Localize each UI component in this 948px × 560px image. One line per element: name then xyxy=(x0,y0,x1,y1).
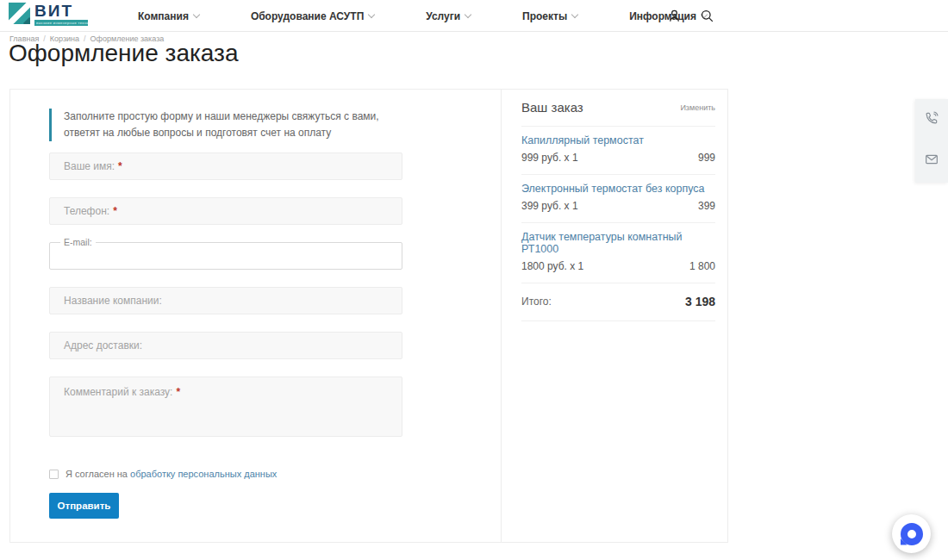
item-price: 999 xyxy=(698,152,715,164)
comment-field[interactable]: Комментарий к заказу: * xyxy=(49,376,402,437)
order-total-row: Итого: 3 198 xyxy=(521,283,715,321)
field-label: E-mail: xyxy=(60,237,96,247)
email-field[interactable]: E-mail: xyxy=(49,242,402,270)
required-asterisk: * xyxy=(113,205,117,217)
item-price: 399 xyxy=(698,200,715,212)
item-qty: 399 руб. x 1 xyxy=(521,200,578,212)
consent-label: Я согласен на обработку персональных дан… xyxy=(65,469,277,479)
chevron-down-icon xyxy=(465,10,471,17)
brand-tagline: высокие инженерные технологии xyxy=(34,20,88,26)
order-summary-title: Ваш заказ xyxy=(521,100,583,115)
phone-field[interactable]: Телефон: * xyxy=(49,197,402,225)
total-value: 3 198 xyxy=(685,295,715,308)
nav-item-services[interactable]: Услуги xyxy=(426,10,471,22)
contact-sidebar xyxy=(915,99,948,183)
logo-icon xyxy=(9,3,30,24)
nav-item-label: Оборудование АСУТП xyxy=(251,10,364,22)
consent-row: Я согласен на обработку персональных дан… xyxy=(49,469,277,479)
top-navigation-bar: ВИТ высокие инженерные технологии Компан… xyxy=(0,0,948,32)
consent-link[interactable]: обработку персональных данных xyxy=(130,469,277,479)
nav-item-projects[interactable]: Проекты xyxy=(522,10,577,22)
chat-widget-button[interactable] xyxy=(892,514,931,553)
accent-bar xyxy=(49,109,52,141)
nav-item-company[interactable]: Компания xyxy=(138,10,199,22)
order-summary-header: Ваш заказ Изменить xyxy=(521,90,715,127)
main-menu: Компания Оборудование АСУТП Услуги Проек… xyxy=(138,0,707,32)
checkout-panel: Заполните простую форму и наши менеджеры… xyxy=(9,89,728,543)
chevron-down-icon xyxy=(368,10,375,17)
submit-button[interactable]: Отправить xyxy=(49,493,119,519)
item-qty: 1800 руб. x 1 xyxy=(521,260,583,272)
product-link[interactable]: Датчик температуры комнатный РТ1000 xyxy=(521,231,715,255)
page-title: Оформление заказа xyxy=(9,40,239,67)
required-asterisk: * xyxy=(118,160,122,172)
field-label: Адрес доставки: xyxy=(64,339,142,352)
name-field[interactable]: Ваше имя: * xyxy=(49,152,402,180)
intro-text: Заполните простую форму и наши менеджеры… xyxy=(64,109,404,141)
brand-name: ВИТ xyxy=(34,3,88,20)
user-icon[interactable] xyxy=(662,3,686,28)
order-form: Заполните простую форму и наши менеджеры… xyxy=(10,90,501,542)
intro-note: Заполните простую форму и наши менеджеры… xyxy=(49,109,404,141)
nav-item-label: Проекты xyxy=(522,10,567,22)
search-icon[interactable] xyxy=(695,3,719,28)
required-asterisk: * xyxy=(176,386,180,398)
field-label: Название компании: xyxy=(64,295,162,307)
nav-item-label: Компания xyxy=(138,10,189,22)
item-price: 1 800 xyxy=(689,260,715,272)
edit-order-link[interactable]: Изменить xyxy=(680,103,715,112)
address-field[interactable]: Адрес доставки: xyxy=(49,332,402,359)
chevron-down-icon xyxy=(193,10,200,17)
order-item: Датчик температуры комнатный РТ1000 1800… xyxy=(521,223,715,283)
nav-item-equipment[interactable]: Оборудование АСУТП xyxy=(251,10,374,22)
total-label: Итого: xyxy=(521,296,552,308)
product-link[interactable]: Капиллярный термостат xyxy=(521,134,715,146)
field-label: Комментарий к заказу: xyxy=(64,386,172,398)
order-item: Капиллярный термостат 999 руб. x 1 999 xyxy=(521,127,715,175)
chat-bubble-icon xyxy=(901,523,923,545)
chevron-down-icon xyxy=(571,10,578,17)
order-summary: Ваш заказ Изменить Капиллярный термостат… xyxy=(501,90,727,542)
mail-icon[interactable] xyxy=(925,152,939,166)
product-link[interactable]: Электронный термостат без корпуса xyxy=(521,183,715,195)
consent-text-static: Я согласен на xyxy=(65,469,130,479)
company-field[interactable]: Название компании: xyxy=(49,287,402,314)
item-qty: 999 руб. x 1 xyxy=(521,152,578,164)
field-label: Ваше имя: xyxy=(64,160,115,172)
field-label: Телефон: xyxy=(64,205,109,217)
consent-checkbox[interactable] xyxy=(49,470,59,479)
nav-item-label: Услуги xyxy=(426,10,460,22)
phone-icon[interactable] xyxy=(925,111,939,125)
company-logo[interactable]: ВИТ высокие инженерные технологии xyxy=(9,3,88,26)
order-item: Электронный термостат без корпуса 399 ру… xyxy=(521,175,715,223)
